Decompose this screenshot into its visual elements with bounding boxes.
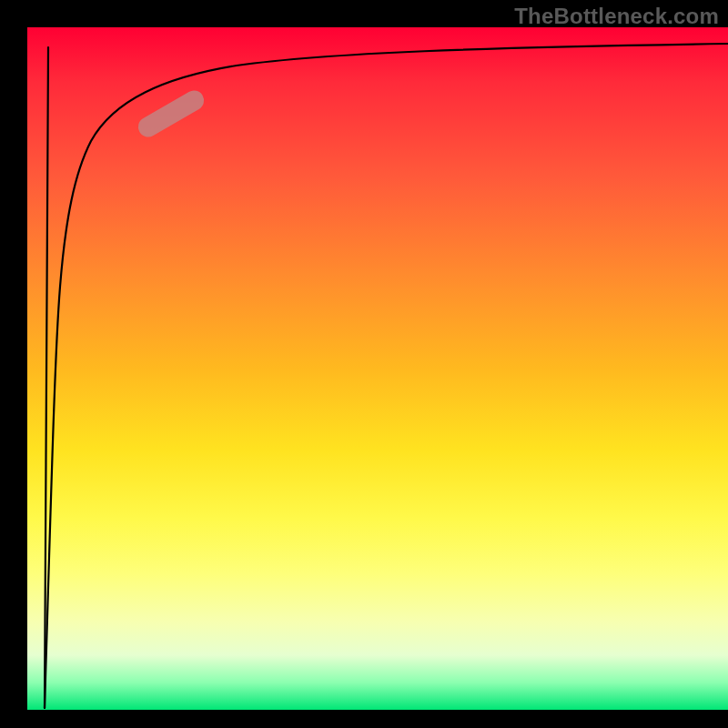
- curve-main: [45, 44, 728, 708]
- chart-frame: TheBottleneck.com: [0, 0, 728, 728]
- plot-area: [27, 27, 728, 710]
- curve-svg: [27, 27, 728, 710]
- watermark-text: TheBottleneck.com: [514, 4, 719, 29]
